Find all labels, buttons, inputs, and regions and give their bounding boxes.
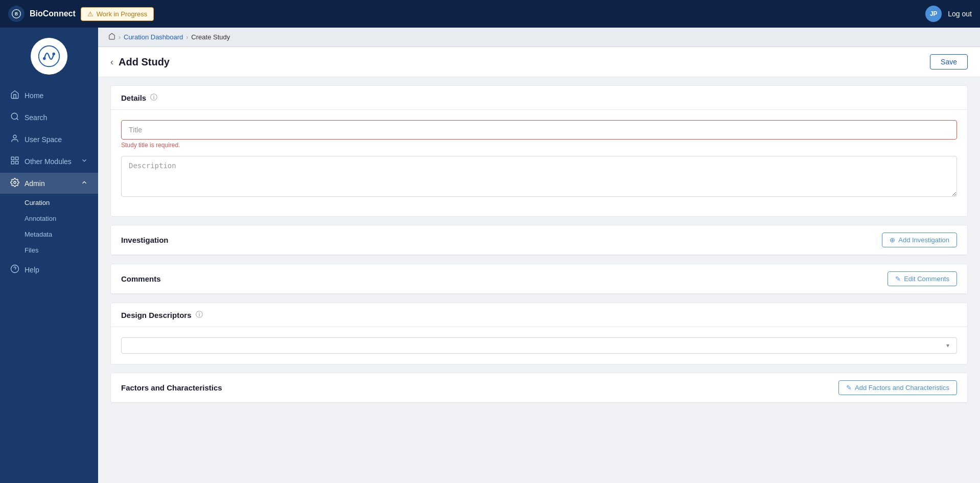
description-field <box>121 156 957 199</box>
sidebar-logo-area <box>0 28 98 85</box>
details-section: Details ⓘ Study title is required. <box>110 85 968 217</box>
add-investigation-button[interactable]: ⊕ Add Investigation <box>882 233 957 247</box>
sidebar-subitem-curation[interactable]: Curation <box>0 195 98 211</box>
avatar: JP <box>925 6 942 22</box>
details-title: Details <box>121 94 146 102</box>
title-error: Study title is required. <box>121 142 957 149</box>
details-section-header: Details ⓘ <box>111 86 967 110</box>
edit-icon: ✎ <box>895 275 901 283</box>
sidebar-subitem-files[interactable]: Files <box>0 242 98 258</box>
sidebar-item-search[interactable]: Search <box>0 107 98 128</box>
save-button[interactable]: Save <box>930 54 968 70</box>
svg-point-5 <box>11 113 17 119</box>
topnav-left: B BioConnect ⚠ Work in Progress <box>8 6 154 22</box>
wip-badge: ⚠ Work in Progress <box>81 7 154 21</box>
brand-name: BioConnect <box>30 9 76 18</box>
svg-point-7 <box>13 135 16 138</box>
svg-text:B: B <box>15 11 18 16</box>
logout-button[interactable]: Log out <box>948 10 972 18</box>
chevron-down-icon: ▾ <box>946 342 949 349</box>
breadcrumb-home-icon[interactable] <box>108 33 115 41</box>
page-title: Add Study <box>119 56 170 68</box>
comments-section: Comments ✎ Edit Comments <box>110 264 968 294</box>
page-header-left: ‹ Add Study <box>110 56 170 68</box>
svg-point-12 <box>14 181 16 184</box>
user-icon <box>10 134 19 145</box>
sidebar-item-label: User Space <box>25 135 62 144</box>
sidebar-item-label: Help <box>25 266 39 274</box>
design-descriptors-dropdown[interactable]: ▾ <box>121 337 957 354</box>
sidebar-logo <box>31 38 67 75</box>
add-factors-button[interactable]: ✎ Add Factors and Characteristics <box>838 380 957 395</box>
chevron-down-icon <box>81 157 88 166</box>
layout: Home Search <box>0 28 980 483</box>
chevron-up-icon <box>81 179 88 188</box>
modules-icon <box>10 156 19 167</box>
sidebar-item-label: Search <box>25 113 47 122</box>
plus-circle-icon: ⊕ <box>890 236 895 244</box>
sidebar-item-admin[interactable]: Admin <box>0 173 98 194</box>
title-field: Study title is required. <box>121 120 957 149</box>
investigation-section-header: Investigation ⊕ Add Investigation <box>111 225 967 255</box>
edit-comments-button[interactable]: ✎ Edit Comments <box>888 271 957 286</box>
design-descriptors-section-header: Design Descriptors ⓘ <box>111 303 967 327</box>
details-section-header-left: Details ⓘ <box>121 93 157 102</box>
investigation-section: Investigation ⊕ Add Investigation <box>110 225 968 256</box>
edit-factors-icon: ✎ <box>846 384 852 392</box>
help-icon <box>10 264 19 275</box>
sidebar-item-user-space[interactable]: User Space <box>0 129 98 150</box>
factors-section-header: Factors and Characteristics ✎ Add Factor… <box>111 373 967 403</box>
title-input[interactable] <box>121 120 957 140</box>
svg-rect-8 <box>11 157 14 159</box>
topnav: B BioConnect ⚠ Work in Progress JP Log o… <box>0 0 980 28</box>
svg-rect-11 <box>16 162 18 164</box>
svg-rect-10 <box>11 162 14 164</box>
design-descriptors-body: ▾ <box>111 327 967 364</box>
sidebar-item-label: Other Modules <box>25 157 72 166</box>
factors-section: Factors and Characteristics ✎ Add Factor… <box>110 373 968 403</box>
sidebar: Home Search <box>0 28 98 483</box>
sidebar-item-label: Admin <box>25 179 45 188</box>
breadcrumb-curation[interactable]: Curation Dashboard <box>124 33 183 41</box>
breadcrumb-sep-2: › <box>186 34 188 41</box>
page-header: ‹ Add Study Save <box>98 47 980 77</box>
comments-section-header: Comments ✎ Edit Comments <box>111 264 967 294</box>
svg-point-4 <box>52 53 55 56</box>
breadcrumb: › Curation Dashboard › Create Study <box>98 28 980 47</box>
factors-title: Factors and Characteristics <box>121 383 222 392</box>
admin-submenu: Curation Annotation Metadata Files <box>0 195 98 258</box>
warning-icon: ⚠ <box>87 10 94 18</box>
wip-label: Work in Progress <box>97 10 147 18</box>
description-input[interactable] <box>121 156 957 197</box>
sidebar-item-label: Home <box>25 91 43 100</box>
design-descriptors-header-left: Design Descriptors ⓘ <box>121 310 203 319</box>
page-content: ‹ Add Study Save Details ⓘ Study title i… <box>98 47 980 483</box>
details-section-body: Study title is required. <box>111 110 967 216</box>
design-descriptors-title: Design Descriptors <box>121 311 192 319</box>
svg-point-3 <box>43 57 46 60</box>
topnav-right: JP Log out <box>925 6 972 22</box>
brand-icon: B <box>8 6 25 22</box>
design-descriptors-info-icon[interactable]: ⓘ <box>196 310 203 319</box>
svg-line-6 <box>16 118 18 120</box>
breadcrumb-sep-1: › <box>119 34 121 41</box>
breadcrumb-current: Create Study <box>191 33 230 41</box>
design-descriptors-section: Design Descriptors ⓘ ▾ <box>110 303 968 364</box>
back-button[interactable]: ‹ <box>110 57 113 67</box>
home-icon <box>10 90 19 101</box>
search-icon <box>10 112 19 123</box>
sidebar-subitem-metadata[interactable]: Metadata <box>0 226 98 242</box>
sidebar-item-other-modules[interactable]: Other Modules <box>0 151 98 172</box>
investigation-title: Investigation <box>121 236 169 244</box>
sidebar-nav: Home Search <box>0 85 98 280</box>
info-icon[interactable]: ⓘ <box>150 93 157 102</box>
sidebar-item-home[interactable]: Home <box>0 85 98 106</box>
admin-icon <box>10 178 19 189</box>
sidebar-subitem-annotation[interactable]: Annotation <box>0 211 98 226</box>
sidebar-item-help[interactable]: Help <box>0 259 98 280</box>
comments-title: Comments <box>121 274 161 283</box>
svg-rect-9 <box>16 157 18 159</box>
main: › Curation Dashboard › Create Study ‹ Ad… <box>98 28 980 483</box>
svg-point-13 <box>11 265 19 273</box>
